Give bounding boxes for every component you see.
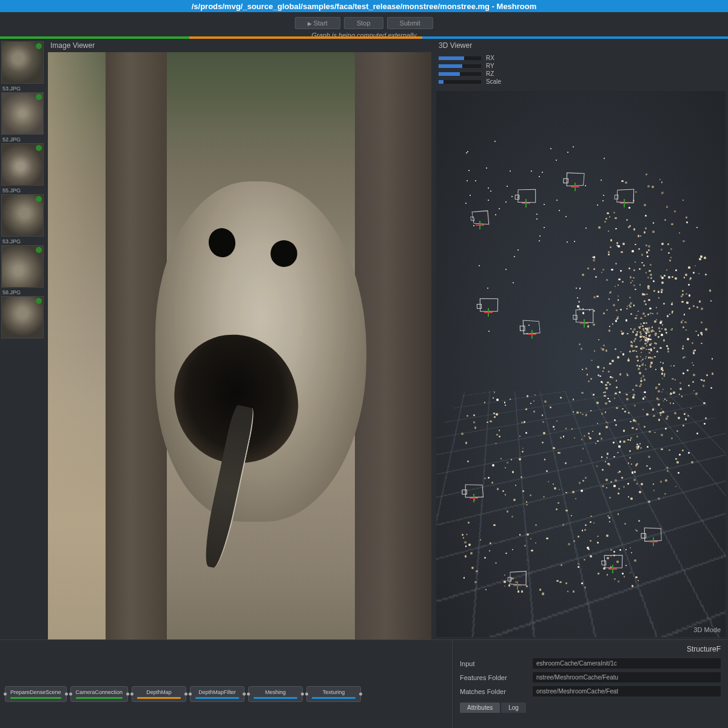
gallery-thumbnail[interactable] bbox=[1, 194, 44, 237]
scale-slider[interactable] bbox=[439, 80, 481, 84]
node-label: DepthMap bbox=[146, 689, 172, 695]
attr-input[interactable]: eshroomCache/CameraInit/1c bbox=[533, 658, 721, 669]
gallery-thumbnail[interactable] bbox=[1, 245, 44, 288]
transform-sliders: RX RY RZ Scale bbox=[434, 52, 728, 89]
attributes-title: StructureF bbox=[460, 645, 721, 653]
image-viewer-title: Image Viewer bbox=[46, 39, 434, 52]
gallery-thumbnail[interactable] bbox=[1, 296, 44, 339]
tab-attributes[interactable]: Attributes bbox=[460, 703, 500, 713]
gallery-thumbnail[interactable] bbox=[1, 143, 44, 186]
viewport-3d[interactable]: 3D Mode bbox=[436, 91, 726, 637]
graph-node[interactable]: Meshing bbox=[248, 686, 303, 702]
node-label: Meshing bbox=[265, 689, 286, 695]
node-label: CameraConnection bbox=[76, 689, 123, 695]
graph-node[interactable]: Texturing bbox=[306, 686, 361, 702]
node-label: PrepareDenseScene bbox=[10, 689, 61, 695]
check-icon bbox=[36, 196, 42, 202]
image-viewport[interactable] bbox=[48, 52, 431, 639]
check-icon bbox=[36, 43, 42, 49]
thumbnail-label: 55.JPG bbox=[1, 187, 44, 194]
attr-label: Matches Folder bbox=[460, 688, 527, 695]
window-titlebar: /s/prods/mvg/_source_global/samples/faca… bbox=[0, 0, 728, 12]
view-mode-label: 3D Mode bbox=[693, 626, 721, 633]
gallery-thumbnail[interactable] bbox=[1, 92, 44, 135]
graph-node[interactable]: PrepareDenseScene bbox=[5, 686, 67, 702]
grid-plane bbox=[436, 391, 726, 637]
viewer-3d-panel: 3D Viewer RX RY RZ Scale 3D Mode bbox=[434, 39, 728, 639]
ry-slider[interactable] bbox=[439, 64, 481, 68]
attr-label: Input bbox=[460, 660, 527, 667]
check-icon bbox=[36, 94, 42, 100]
tab-log[interactable]: Log bbox=[501, 703, 526, 713]
submit-button[interactable]: Submit bbox=[387, 17, 433, 29]
stop-button[interactable]: Stop bbox=[344, 17, 383, 29]
check-icon bbox=[36, 298, 42, 304]
rx-slider[interactable] bbox=[439, 56, 481, 60]
attr-input[interactable]: onstree/MeshroomCache/Feat bbox=[533, 686, 721, 696]
graph-node[interactable]: CameraConnection bbox=[70, 686, 129, 702]
thumbnail-label: 58.JPG bbox=[1, 289, 44, 296]
thumbnail-label: 53.JPG bbox=[1, 238, 44, 245]
thumbnail-label: 52.JPG bbox=[1, 136, 44, 143]
thumbnail-label: 53.JPG bbox=[1, 85, 44, 92]
slider-label: Scale bbox=[486, 78, 501, 85]
start-button[interactable]: Start bbox=[295, 17, 340, 29]
thumbnail-label bbox=[1, 340, 44, 341]
gallery-thumbnail[interactable] bbox=[1, 41, 44, 84]
image-gallery[interactable]: 53.JPG 52.JPG 55.JPG 53.JPG 58.JPG bbox=[0, 39, 46, 639]
slider-label: RX bbox=[486, 55, 494, 61]
toolbar: Start Stop Submit Graph is being compute… bbox=[0, 12, 728, 36]
slider-label: RY bbox=[486, 62, 494, 69]
node-graph[interactable]: PrepareDenseScene CameraConnection Depth… bbox=[0, 640, 452, 728]
graph-node[interactable]: DepthMap bbox=[132, 686, 186, 702]
attr-input[interactable]: nstree/MeshroomCache/Featu bbox=[533, 672, 721, 682]
node-label: DepthMapFilter bbox=[198, 689, 236, 695]
check-icon bbox=[36, 145, 42, 151]
rz-slider[interactable] bbox=[439, 72, 481, 76]
window-title: /s/prods/mvg/_source_global/samples/faca… bbox=[192, 2, 537, 11]
node-label: Texturing bbox=[323, 689, 345, 695]
graph-node[interactable]: DepthMapFilter bbox=[190, 686, 244, 702]
attr-label: Features Folder bbox=[460, 674, 527, 681]
check-icon bbox=[36, 247, 42, 253]
image-viewer-panel: Image Viewer bbox=[46, 39, 434, 639]
attributes-panel: StructureF InputeshroomCache/CameraInit/… bbox=[452, 640, 728, 728]
viewer-3d-title: 3D Viewer bbox=[434, 39, 728, 52]
slider-label: RZ bbox=[486, 70, 494, 77]
